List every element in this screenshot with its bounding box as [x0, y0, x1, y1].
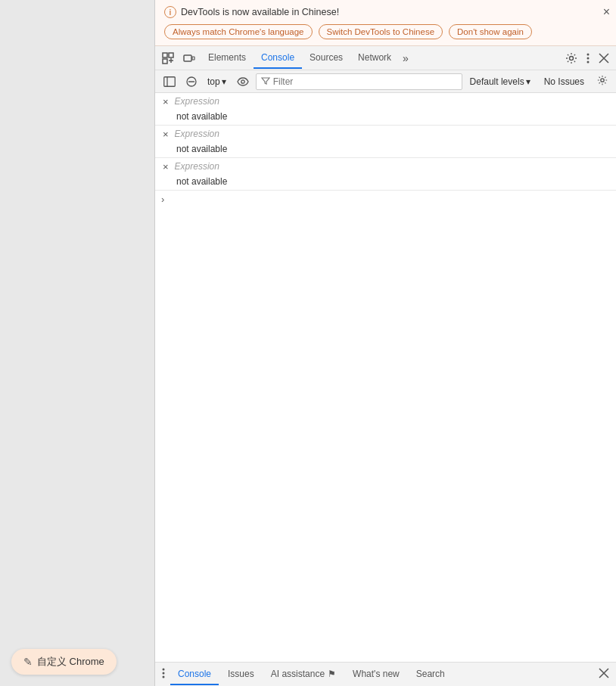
chevron-right-icon: › [161, 194, 164, 205]
notification-message: DevTools is now available in Chinese! [181, 7, 339, 17]
expression-close-button-1[interactable]: × [161, 97, 170, 107]
console-content: × Expression not available × Expression … [155, 93, 616, 662]
bottom-dots-icon [162, 667, 165, 679]
devtools-toolbar: Elements Console Sources Network » [155, 46, 616, 70]
bottom-tab-issues[interactable]: Issues [220, 664, 262, 685]
svg-point-13 [601, 79, 604, 82]
svg-point-5 [570, 56, 574, 60]
svg-rect-9 [164, 76, 176, 86]
close-icon [599, 53, 609, 64]
context-selector[interactable]: top ▾ [204, 75, 230, 88]
bottom-menu-button[interactable] [158, 664, 169, 685]
bottom-tab-console[interactable]: Console [170, 664, 219, 685]
filter-input[interactable] [273, 76, 457, 87]
context-dropdown-icon: ▾ [222, 76, 226, 87]
notification-close-button[interactable]: × [603, 6, 610, 18]
sidebar-icon [163, 76, 176, 87]
expression-header-3: × Expression [155, 158, 616, 175]
svg-point-12 [241, 79, 244, 82]
ai-icon: ⚑ [328, 669, 336, 679]
notification-title: i DevTools is now available in Chinese! [164, 6, 607, 18]
svg-point-14 [163, 668, 165, 670]
expression-value-2: not available [155, 142, 616, 157]
inspect-element-button[interactable] [158, 49, 178, 67]
inspect-icon [162, 52, 174, 64]
console-toolbar: top ▾ Default levels ▾ [155, 70, 616, 93]
bottom-tab-whats-new[interactable]: What's new [345, 664, 407, 685]
expression-header-1: × Expression [155, 93, 616, 110]
live-expressions-button[interactable] [233, 75, 253, 88]
devtools-settings-button[interactable] [562, 49, 581, 67]
no-issues-button[interactable]: No Issues [538, 75, 590, 88]
dont-show-again-button[interactable]: Don't show again [449, 24, 532, 39]
filter-area [256, 73, 462, 90]
three-dots-vertical-icon [586, 52, 590, 64]
svg-point-6 [587, 53, 590, 55]
bottom-tab-ai-assistance[interactable]: AI assistance ⚑ [263, 664, 344, 685]
expression-placeholder-1: Expression [175, 96, 219, 107]
ai-assistance-label: AI assistance [271, 669, 325, 679]
expression-value-1: not available [155, 110, 616, 125]
console-settings-button[interactable] [593, 73, 611, 90]
tab-network[interactable]: Network [350, 48, 399, 69]
devtools-bottom-bar: Console Issues AI assistance ⚑ What's ne… [155, 662, 616, 686]
console-sidebar-button[interactable] [160, 74, 179, 89]
svg-point-7 [587, 57, 590, 59]
svg-point-15 [163, 672, 165, 674]
devtools-close-button[interactable] [595, 50, 613, 67]
toolbar-right [562, 49, 613, 67]
default-levels-label: Default levels [470, 76, 524, 87]
bottom-tab-search[interactable]: Search [409, 664, 453, 685]
clear-icon [186, 76, 197, 87]
expression-placeholder-3: Expression [175, 161, 219, 172]
info-icon: i [164, 6, 176, 18]
svg-point-16 [163, 675, 165, 678]
expression-row-1: × Expression not available [155, 93, 616, 126]
svg-point-8 [587, 61, 590, 63]
devtools-panel: i DevTools is now available in Chinese! … [154, 0, 616, 686]
tab-elements[interactable]: Elements [201, 48, 254, 69]
bottom-close-icon [599, 668, 609, 678]
browser-background: ✎ 自定义 Chrome i DevTools is now available… [0, 0, 616, 686]
device-toggle-button[interactable] [179, 49, 199, 67]
default-levels-button[interactable]: Default levels ▾ [465, 75, 535, 88]
expression-close-button-2[interactable]: × [161, 129, 170, 139]
match-language-button[interactable]: Always match Chrome's language [164, 24, 313, 39]
switch-to-chinese-button[interactable]: Switch DevTools to Chinese [319, 24, 443, 39]
console-expand-row[interactable]: › [155, 191, 616, 208]
toolbar-tabs: Elements Console Sources Network » [201, 48, 560, 69]
expression-row-3: × Expression not available [155, 158, 616, 191]
pencil-icon: ✎ [23, 656, 33, 668]
customize-chrome-button[interactable]: ✎ 自定义 Chrome [11, 649, 117, 675]
gear-icon [565, 52, 577, 64]
bottom-close-button[interactable] [595, 665, 613, 684]
eye-icon [237, 77, 249, 86]
expression-header-2: × Expression [155, 126, 616, 142]
svg-rect-4 [192, 57, 194, 60]
customize-chrome-label: 自定义 Chrome [37, 655, 104, 669]
console-gear-icon [597, 75, 608, 85]
svg-rect-2 [169, 53, 173, 57]
svg-rect-1 [163, 59, 167, 64]
filter-icon [261, 76, 270, 87]
more-tabs-button[interactable]: » [399, 49, 412, 67]
notification-bar: i DevTools is now available in Chinese! … [155, 0, 616, 46]
notification-buttons: Always match Chrome's language Switch De… [164, 24, 607, 39]
context-label: top [207, 76, 220, 87]
svg-rect-3 [184, 55, 191, 61]
devtools-more-button[interactable] [583, 49, 593, 67]
expression-value-3: not available [155, 175, 616, 190]
tab-console[interactable]: Console [254, 48, 302, 69]
tab-sources[interactable]: Sources [302, 48, 350, 69]
svg-rect-0 [163, 53, 167, 57]
clear-console-button[interactable] [182, 74, 201, 89]
device-icon [183, 52, 195, 64]
expression-row-2: × Expression not available [155, 126, 616, 158]
levels-dropdown-icon: ▾ [526, 76, 530, 87]
expression-close-button-3[interactable]: × [161, 162, 170, 172]
expression-placeholder-2: Expression [175, 129, 219, 139]
